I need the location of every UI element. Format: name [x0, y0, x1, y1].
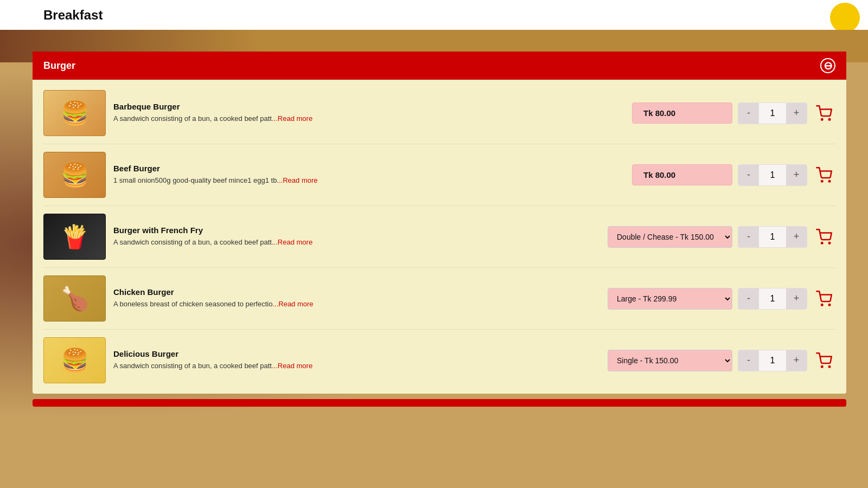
item-image-delicious-burger: 🍔 [43, 337, 106, 383]
qty-value-delicious-burger: 1 [759, 350, 786, 371]
item-controls-barbeque-burger: Tk 80.00-1+ [632, 102, 835, 124]
menu-item: 🍗Chicken BurgerA boneless breast of chic… [43, 268, 835, 330]
item-desc-beef-burger: 1 small onion500g good-quality beef minc… [113, 175, 624, 187]
item-quantity-barbeque-burger: -1+ [738, 102, 807, 124]
item-desc-chicken-burger: A boneless breast of chicken seasoned to… [113, 299, 600, 310]
read-more-link-burger-french-fry[interactable]: ...Read more [272, 238, 312, 246]
qty-minus-barbeque-burger[interactable]: - [738, 103, 759, 124]
item-desc-burger-french-fry: A sandwich consisting of a bun, a cooked… [113, 237, 600, 248]
menu-item: 🍟Burger with French FryA sandwich consis… [43, 206, 835, 268]
qty-value-barbeque-burger: 1 [759, 103, 786, 124]
read-more-link-beef-burger[interactable]: ...Read more [277, 176, 317, 184]
qty-plus-chicken-burger[interactable]: + [786, 288, 807, 309]
qty-plus-burger-french-fry[interactable]: + [786, 227, 807, 247]
menu-item: 🍔Barbeque BurgerA sandwich consisting of… [43, 82, 835, 144]
item-price-barbeque-burger: Tk 80.00 [632, 102, 732, 124]
qty-minus-delicious-burger[interactable]: - [738, 350, 759, 371]
item-info-burger-french-fry: Burger with French FryA sandwich consist… [113, 226, 600, 248]
add-to-cart-beef-burger[interactable] [813, 167, 835, 183]
qty-plus-delicious-burger[interactable]: + [786, 350, 807, 371]
page-title: Breakfast [43, 8, 103, 23]
menu-item: 🍔Beef Burger1 small onion500g good-quali… [43, 144, 835, 206]
item-quantity-beef-burger: -1+ [738, 164, 807, 186]
qty-value-burger-french-fry: 1 [759, 227, 786, 247]
item-info-beef-burger: Beef Burger1 small onion500g good-qualit… [113, 164, 624, 187]
svg-point-2 [821, 181, 823, 182]
read-more-link-chicken-burger[interactable]: ...Read more [272, 300, 313, 308]
section-header: Burger ⊖ [33, 52, 846, 80]
item-image-barbeque-burger: 🍔 [43, 90, 106, 136]
add-to-cart-chicken-burger[interactable] [813, 291, 835, 307]
qty-minus-beef-burger[interactable]: - [738, 165, 759, 185]
qty-value-chicken-burger: 1 [759, 288, 786, 309]
read-more-link-delicious-burger[interactable]: ...Read more [272, 362, 312, 370]
qty-plus-beef-burger[interactable]: + [786, 165, 807, 185]
svg-point-8 [821, 366, 823, 368]
add-to-cart-barbeque-burger[interactable] [813, 105, 835, 121]
item-name-delicious-burger: Delicious Burger [113, 349, 600, 358]
bottom-section-bar [33, 399, 846, 407]
qty-plus-barbeque-burger[interactable]: + [786, 103, 807, 124]
menu-items-list: 🍔Barbeque BurgerA sandwich consisting of… [33, 80, 846, 394]
item-controls-beef-burger: Tk 80.00-1+ [632, 164, 835, 186]
svg-point-5 [829, 242, 831, 244]
page-body: Burger ⊖ 🍔Barbeque BurgerA sandwich cons… [0, 52, 868, 488]
item-desc-barbeque-burger: A sandwich consisting of a bun, a cooked… [113, 113, 624, 125]
item-desc-delicious-burger: A sandwich consisting of a bun, a cooked… [113, 361, 600, 372]
read-more-link-barbeque-burger[interactable]: ...Read more [272, 114, 312, 123]
item-image-burger-french-fry: 🍟 [43, 214, 106, 260]
item-price-select-burger-french-fry[interactable]: Double / Chease - Tk 150.00Single - Tk 1… [608, 226, 732, 248]
item-quantity-burger-french-fry: -1+ [738, 226, 807, 248]
item-name-chicken-burger: Chicken Burger [113, 287, 600, 297]
item-info-barbeque-burger: Barbeque BurgerA sandwich consisting of … [113, 102, 624, 125]
item-controls-delicious-burger: Single - Tk 150.00Double - Tk 250.00Larg… [608, 350, 835, 371]
item-info-chicken-burger: Chicken BurgerA boneless breast of chick… [113, 287, 600, 310]
svg-point-1 [829, 119, 831, 120]
section-title: Burger [43, 60, 75, 72]
burger-section: Burger ⊖ 🍔Barbeque BurgerA sandwich cons… [33, 52, 846, 394]
item-price-select-delicious-burger[interactable]: Single - Tk 150.00Double - Tk 250.00Larg… [608, 350, 732, 371]
svg-point-3 [829, 181, 831, 182]
svg-point-9 [829, 366, 831, 368]
item-quantity-delicious-burger: -1+ [738, 350, 807, 371]
menu-item: 🍔Delicious BurgerA sandwich consisting o… [43, 330, 835, 391]
qty-minus-chicken-burger[interactable]: - [738, 288, 759, 309]
item-name-beef-burger: Beef Burger [113, 164, 624, 173]
add-to-cart-delicious-burger[interactable] [813, 352, 835, 369]
top-circle [830, 3, 860, 30]
item-image-beef-burger: 🍔 [43, 152, 106, 198]
item-name-burger-french-fry: Burger with French Fry [113, 226, 600, 235]
item-name-barbeque-burger: Barbeque Burger [113, 102, 624, 111]
qty-minus-burger-french-fry[interactable]: - [738, 227, 759, 247]
item-price-select-chicken-burger[interactable]: Large - Tk 299.99Medium - Tk 199.99Small… [608, 288, 732, 310]
svg-point-7 [829, 304, 831, 306]
collapse-button[interactable]: ⊖ [820, 58, 835, 73]
svg-point-4 [821, 242, 823, 244]
item-info-delicious-burger: Delicious BurgerA sandwich consisting of… [113, 349, 600, 372]
item-controls-burger-french-fry: Double / Chease - Tk 150.00Single - Tk 1… [608, 226, 835, 248]
item-controls-chicken-burger: Large - Tk 299.99Medium - Tk 199.99Small… [608, 288, 835, 310]
qty-value-beef-burger: 1 [759, 165, 786, 185]
item-image-chicken-burger: 🍗 [43, 275, 106, 322]
svg-point-0 [821, 119, 823, 120]
svg-point-6 [821, 304, 823, 306]
item-quantity-chicken-burger: -1+ [738, 288, 807, 310]
item-price-beef-burger: Tk 80.00 [632, 164, 732, 185]
add-to-cart-burger-french-fry[interactable] [813, 229, 835, 245]
